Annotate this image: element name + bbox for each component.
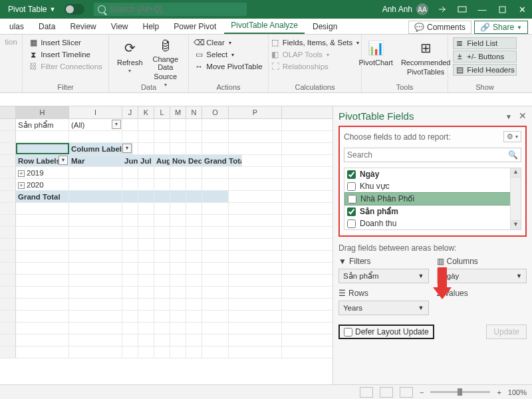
- comments-button[interactable]: 💬Comments: [408, 21, 471, 34]
- field-item-nha-phan-phoi[interactable]: Nhà Phân Phối▼: [344, 192, 521, 205]
- search-box[interactable]: [94, 3, 247, 16]
- field-item-khu-vuc[interactable]: Khu vực: [344, 180, 521, 192]
- maximize-icon[interactable]: [492, 0, 512, 19]
- document-title-dropdown[interactable]: Pivot Table ▼: [3, 3, 61, 15]
- col-header-o[interactable]: O: [202, 106, 229, 118]
- col-header-j[interactable]: J: [122, 106, 138, 118]
- dropdown-icon[interactable]: ▾: [59, 156, 68, 165]
- area-rows[interactable]: ☰Rows Years▼: [338, 289, 429, 315]
- tab-design[interactable]: Design: [306, 19, 344, 34]
- expand-icon[interactable]: +: [18, 182, 25, 189]
- filter-connections-button[interactable]: ⛓Filter Connections: [27, 61, 104, 72]
- filter-field-san-pham[interactable]: Sản phẩm▼: [338, 269, 429, 283]
- year-row-2020[interactable]: +2020: [16, 179, 69, 190]
- update-button[interactable]: Update: [486, 325, 527, 339]
- row-labels-header[interactable]: Row Labels▾: [16, 155, 69, 166]
- page-layout-view-button[interactable]: [380, 387, 393, 398]
- col-header-k[interactable]: K: [138, 106, 154, 118]
- status-bar: − + 100%: [0, 384, 532, 399]
- chevron-down-icon: ▼: [517, 25, 522, 31]
- field-headers-toggle[interactable]: ▤Field Headers: [453, 64, 517, 76]
- col-header-m[interactable]: M: [170, 106, 186, 118]
- close-icon[interactable]: ✕: [512, 0, 532, 19]
- col-header-n[interactable]: N: [186, 106, 202, 118]
- column-field-ngay[interactable]: Ngày▼: [437, 269, 527, 283]
- tab-view[interactable]: View: [104, 19, 135, 34]
- autosave-toggle[interactable]: [65, 4, 84, 15]
- area-filters[interactable]: ▼Filters Sản phẩm▼: [338, 257, 429, 283]
- relationships-button[interactable]: ⛶Relationships: [269, 61, 360, 72]
- tab-pivottable-analyze[interactable]: PivotTable Analyze: [224, 18, 305, 34]
- close-pane-icon[interactable]: ✕: [519, 110, 527, 121]
- connections-icon: ⛓: [29, 62, 38, 71]
- zoom-in-icon[interactable]: +: [497, 388, 501, 396]
- tab-power-pivot[interactable]: Power Pivot: [167, 19, 223, 34]
- pivot-filter-value[interactable]: (All)▾: [69, 119, 122, 130]
- fields-highlight-box: Choose fields to add to report: ⚙▾ 🔍 Ngà…: [338, 126, 527, 237]
- spreadsheet-grid[interactable]: H I J K L M N O P Sản phẩm (All)▾ Column…: [0, 106, 332, 384]
- col-header-p[interactable]: P: [229, 106, 282, 118]
- pivotchart-button[interactable]: 📊PivotChart: [356, 37, 396, 81]
- share-button[interactable]: 🔗Share▼: [474, 21, 528, 34]
- col-header-h[interactable]: H: [16, 106, 69, 118]
- fields-search-input[interactable]: [347, 150, 508, 160]
- plus-minus-buttons-toggle[interactable]: ±+/- Buttons: [453, 51, 517, 63]
- change-data-source-button[interactable]: 🛢Change DataSource▾: [148, 37, 183, 81]
- insert-slicer-button[interactable]: ▦Insert Slicer: [27, 37, 104, 48]
- month-col-jul: Jul: [138, 155, 154, 166]
- select-all-corner[interactable]: [0, 106, 16, 118]
- normal-view-button[interactable]: [360, 387, 373, 398]
- selected-cell[interactable]: [16, 143, 69, 154]
- row-field-years[interactable]: Years▼: [338, 301, 429, 315]
- title-bar: Pivot Table ▼ Anh Anh AA — ✕: [0, 0, 532, 19]
- tab-data[interactable]: Data: [32, 19, 62, 34]
- zoom-out-icon[interactable]: −: [420, 388, 424, 396]
- ribbon-tabs: ulas Data Review View Help Power Pivot P…: [0, 19, 532, 35]
- page-break-view-button[interactable]: [400, 387, 413, 398]
- fields-search-box[interactable]: 🔍: [344, 148, 521, 162]
- ribbon-group-show: ≣Field List ±+/- Buttons ▤Field Headers …: [448, 35, 521, 92]
- refresh-button[interactable]: ⟳Refresh▾: [114, 37, 146, 81]
- defer-layout-update-checkbox[interactable]: Defer Layout Update: [338, 325, 434, 339]
- area-values[interactable]: ΣValues: [437, 289, 527, 315]
- zoom-level[interactable]: 100%: [508, 388, 527, 396]
- ribbon-options-icon[interactable]: [432, 0, 452, 19]
- col-header-l[interactable]: L: [154, 106, 170, 118]
- fields-items-sets-button[interactable]: ⬚Fields, Items, & Sets▾: [269, 37, 360, 48]
- tab-formulas[interactable]: ulas: [3, 19, 31, 34]
- year-row-2019[interactable]: +2019: [16, 167, 69, 178]
- expand-icon[interactable]: +: [18, 170, 25, 177]
- olap-tools-button[interactable]: ◧OLAP Tools▾: [269, 49, 360, 60]
- scrollbar[interactable]: ▲▼: [510, 168, 521, 229]
- chevron-down-icon[interactable]: ▼: [505, 113, 512, 120]
- fields-icon: ⬚: [271, 38, 280, 47]
- formula-bar[interactable]: [0, 93, 532, 106]
- select-button[interactable]: ▭Select▾: [193, 49, 263, 60]
- field-item-doanh-thu[interactable]: Doanh thu: [344, 217, 521, 229]
- insert-timeline-button[interactable]: ⧗Insert Timeline: [27, 49, 104, 60]
- pane-settings-button[interactable]: ⚙▾: [503, 131, 521, 142]
- window-mode-icon[interactable]: [452, 0, 472, 19]
- field-list-toggle[interactable]: ≣Field List: [453, 37, 517, 49]
- field-item-san-pham[interactable]: Sản phẩm: [344, 205, 521, 217]
- minimize-icon[interactable]: —: [472, 0, 492, 19]
- field-item-ngay[interactable]: Ngày: [344, 168, 521, 180]
- tab-help[interactable]: Help: [136, 19, 166, 34]
- user-identity[interactable]: Anh Anh AA: [382, 3, 428, 15]
- ribbon-group-data: ⟳Refresh▾ 🛢Change DataSource▾ Data: [109, 35, 189, 92]
- recommended-pivottables-button[interactable]: ⊞RecommendedPivotTables: [398, 37, 454, 81]
- fields-list[interactable]: Ngày Khu vực Nhà Phân Phối▼ Sản phẩm Doa…: [344, 168, 521, 230]
- tab-review[interactable]: Review: [63, 19, 102, 34]
- month-col-jun: Jun: [122, 155, 138, 166]
- column-labels-header[interactable]: Column Labels▾: [69, 143, 133, 154]
- area-columns[interactable]: ▥Columns Ngày▼: [437, 257, 527, 283]
- search-input[interactable]: [110, 5, 243, 14]
- chart-icon: 📊: [366, 39, 385, 57]
- clear-button[interactable]: ⌫Clear▾: [193, 37, 263, 48]
- move-pivottable-button[interactable]: ↔Move PivotTable: [193, 61, 263, 72]
- zoom-slider[interactable]: [430, 391, 490, 393]
- month-col-nov: Nov: [170, 155, 186, 166]
- col-header-i[interactable]: I: [69, 106, 122, 118]
- dropdown-icon[interactable]: ▾: [122, 144, 132, 153]
- dropdown-icon[interactable]: ▾: [112, 120, 121, 129]
